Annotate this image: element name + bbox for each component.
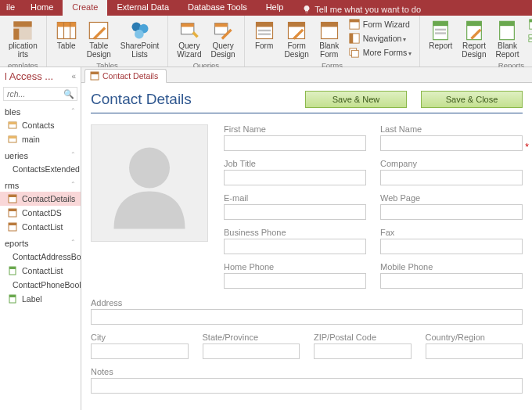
label-mobile-phone: Mobile Phone [380,262,523,272]
input-country[interactable] [426,343,523,359]
input-home-phone[interactable] [224,273,366,289]
nav-group-forms[interactable]: rms⌃ [0,179,81,192]
svg-rect-14 [215,23,228,27]
nav-group-reports[interactable]: eports⌃ [0,237,81,250]
btn-query-design-label: Query Design [210,41,235,59]
input-notes[interactable] [91,378,523,394]
input-zip[interactable] [314,343,412,359]
nav-item-contacts[interactable]: Contacts [0,118,81,132]
input-address[interactable] [91,309,523,325]
svg-rect-30 [433,21,448,26]
person-placeholder-icon [99,132,200,234]
btn-report-design[interactable]: Report Design [458,17,490,61]
input-mobile-phone[interactable] [380,273,523,289]
search-icon: 🔍 [63,89,74,99]
svg-rect-39 [528,35,532,38]
input-city[interactable] [91,343,189,359]
svg-rect-53 [9,122,16,124]
tab-home[interactable]: Home [21,0,63,16]
table-icon [56,20,77,41]
blank-report-icon [496,20,518,41]
label-zip: ZIP/Postal Code [314,333,412,342]
input-last-name[interactable] [380,135,523,151]
input-state[interactable] [203,343,300,359]
btn-sharepoint-lists[interactable]: SharePoint Lists [117,17,163,61]
doc-tab-contact-details[interactable]: Contact Details [84,69,167,83]
input-company[interactable] [380,170,523,185]
more-forms-icon [349,47,360,58]
label-job-title: Job Title [224,159,366,168]
btn-navigation-label: Navigation▾ [363,34,407,43]
btn-blank-form[interactable]: Blank Form [315,17,344,61]
btn-form-design[interactable]: Form Design [281,17,313,61]
nav-item-contactds[interactable]: ContactDS [0,206,81,220]
tab-help[interactable]: Help [257,0,293,16]
svg-rect-36 [500,21,515,26]
nav-item-contactlist-report[interactable]: ContactList [0,264,81,278]
nav-collapse-button[interactable]: « [71,72,76,81]
nav-item-contactlist-form[interactable]: ContactList [0,220,81,234]
tab-create[interactable]: Create [63,0,107,16]
svg-rect-26 [350,34,353,43]
form-icon [253,20,275,41]
input-job-title[interactable] [224,170,366,185]
btn-blank-report[interactable]: Blank Report [491,17,523,61]
btn-report[interactable]: Report [425,17,456,61]
tab-external-data[interactable]: External Data [107,0,178,16]
report-object-icon [8,294,17,304]
btn-navigation[interactable]: Navigation▾ [346,31,415,45]
contact-photo[interactable] [91,124,208,242]
tab-db-tools[interactable]: Database Tools [178,0,257,16]
nav-item-label[interactable]: Label [0,292,81,306]
nav-item-main[interactable]: main [0,132,81,146]
ribbon: plication irts emplates Table Table Desi… [0,16,532,67]
input-business-phone[interactable] [224,239,366,254]
btn-app-parts[interactable]: plication irts [5,17,41,61]
svg-rect-31 [435,29,446,31]
input-email[interactable] [224,204,366,220]
input-web-page[interactable] [380,204,523,220]
input-fax[interactable] [380,239,523,254]
report-object-icon [8,266,17,275]
required-indicator: * [525,142,529,153]
label-email: E-mail [224,193,366,203]
btn-report-label: Report [429,41,452,50]
btn-query-design[interactable]: Query Design [207,17,239,61]
tab-file[interactable]: ile [0,0,21,16]
input-first-name[interactable] [224,135,366,151]
label-web-page: Web Page [380,193,523,203]
btn-table[interactable]: Table [52,17,81,61]
btn-report-wizard[interactable]: Report Wizard [525,17,533,31]
btn-form[interactable]: Form [250,17,279,61]
svg-rect-2 [14,29,20,40]
nav-group-tables[interactable]: bles⌃ [0,106,81,118]
svg-rect-24 [350,20,359,23]
save-and-close-button[interactable]: Save & Close [421,91,523,108]
label-last-name: Last Name [380,124,523,134]
nav-item-contactaddressbook[interactable]: ContactAddressBook [0,250,81,264]
btn-form-wizard[interactable]: Form Wizard [346,17,415,31]
nav-item-contactdetails[interactable]: ContactDetails [0,192,81,206]
contact-details-form: Contact Details Save & New Save & Close … [81,83,532,410]
btn-labels[interactable]: Labels [525,31,533,45]
label-business-phone: Business Phone [224,228,366,237]
btn-table-design[interactable]: Table Design [83,17,115,61]
nav-item-contactphonebook[interactable]: ContactPhoneBook [0,278,81,292]
btn-more-forms[interactable]: More Forms▾ [346,45,415,59]
tell-me[interactable]: Tell me what you want to do [293,0,430,16]
svg-rect-1 [14,21,32,27]
label-country: Country/Region [426,333,523,342]
form-object-icon [8,222,17,232]
svg-rect-34 [467,21,482,26]
nav-group-queries[interactable]: ueries⌃ [0,149,81,162]
blank-form-icon [318,20,340,41]
nav-item-contactsextended[interactable]: ContactsExtended [0,162,81,176]
svg-rect-71 [9,295,16,297]
divider [91,113,523,113]
doc-tab-label: Contact Details [102,71,158,81]
svg-point-10 [135,30,144,39]
sharepoint-icon [129,20,151,41]
btn-query-wizard[interactable]: Query Wizard [173,17,205,61]
save-and-new-button[interactable]: Save & New [305,91,407,108]
btn-more-forms-label: More Forms▾ [363,48,412,57]
